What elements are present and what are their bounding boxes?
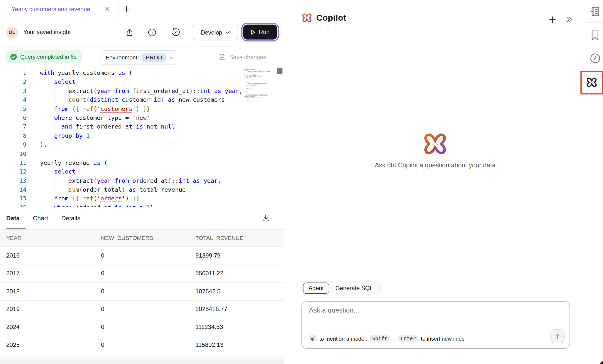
tab-details[interactable]: Details <box>61 215 80 222</box>
table-row: 20170550011.22 <box>0 265 284 283</box>
code-line[interactable]: 7 and first_ordered_at is not null <box>0 123 284 132</box>
line-number: 11 <box>0 159 26 168</box>
line-number: 12 <box>0 168 26 177</box>
develop-dropdown[interactable]: Develop <box>193 25 238 40</box>
check-circle-icon <box>10 53 17 60</box>
copilot-empty-state-text: Ask dbt Copilot a question about your da… <box>284 162 586 169</box>
dbt-copilot-icon <box>586 77 598 88</box>
table-cell: 115892.13 <box>196 341 284 348</box>
code-lines: 1with yearly_customers as (2 select3 ext… <box>0 69 284 207</box>
copilot-question-input[interactable]: Ask a question... @ to mention a model, … <box>302 301 570 349</box>
line-number: 7 <box>0 123 26 132</box>
line-number: 1 <box>0 69 26 78</box>
query-status-text: Query completed in 6s <box>20 54 77 60</box>
share-icon[interactable] <box>125 28 134 37</box>
line-number: 9 <box>0 140 26 149</box>
table-cell: 107642.5 <box>196 288 284 295</box>
table-bottom-fade <box>0 354 284 364</box>
mode-agent-button[interactable]: Agent <box>303 283 329 294</box>
column-header-year: YEAR <box>6 235 101 241</box>
download-icon[interactable] <box>261 214 270 222</box>
shift-key-chip: Shift <box>370 335 390 342</box>
dbt-ide-window: Yearly customers and revenue BL Your sav… <box>0 0 603 364</box>
query-editor-panel: Yearly customers and revenue BL Your sav… <box>0 0 284 364</box>
chevron-down-icon <box>169 56 173 59</box>
history-clock-icon[interactable] <box>590 53 601 64</box>
run-button[interactable]: Run <box>243 25 277 40</box>
table-cell: 2017 <box>6 270 101 277</box>
close-tab-icon[interactable] <box>104 6 111 12</box>
code-line[interactable]: 3 extract(year from first_ordered_at)::i… <box>0 87 284 96</box>
table-cell: 2019 <box>6 306 101 313</box>
table-cell: 0 <box>101 270 196 277</box>
tab-data[interactable]: Data <box>6 215 20 222</box>
table-cell: 2018 <box>6 288 101 295</box>
column-header-new-customers: NEW_CUSTOMERS <box>101 235 196 241</box>
arrow-up-icon <box>555 333 560 339</box>
bookmark-icon[interactable] <box>591 30 600 41</box>
tab-bar: Yearly customers and revenue <box>0 0 284 18</box>
save-changes-button[interactable]: Save changes <box>219 46 266 67</box>
mode-generate-sql-button[interactable]: Generate SQL <box>329 283 379 293</box>
code-line[interactable]: 10 <box>0 150 284 159</box>
environment-value-badge: PROD <box>142 53 166 62</box>
at-key-chip: @ <box>309 335 317 342</box>
lineage-notebook-icon[interactable] <box>590 6 600 17</box>
rail-divider <box>587 22 603 23</box>
dbt-copilot-icon <box>302 13 312 23</box>
tab-title: Yearly customers and revenue <box>12 0 90 18</box>
develop-label: Develop <box>201 29 222 36</box>
hint-newlines-text: to insert new lines <box>421 335 464 342</box>
table-cell: 91399.79 <box>196 252 284 259</box>
table-cell: 0 <box>101 288 196 295</box>
code-line[interactable]: 9), <box>0 140 284 149</box>
table-cell: 2024 <box>6 323 101 330</box>
tab-chart[interactable]: Chart <box>33 215 48 222</box>
environment-selector[interactable]: Environment: PROD <box>101 50 179 65</box>
code-line[interactable]: 12 select <box>0 168 284 177</box>
code-line[interactable]: 11yearly_revenue as ( <box>0 159 284 168</box>
editor-scrollbar-thumb[interactable] <box>277 68 282 74</box>
code-line[interactable]: 15 from {{ ref('orders') }} <box>0 194 284 203</box>
copilot-mode-switch: Agent Generate SQL <box>302 281 381 295</box>
new-tab-icon[interactable] <box>122 5 131 13</box>
copilot-rail-button-active[interactable] <box>580 71 603 94</box>
code-line[interactable]: 16 where ordered_at is not null <box>0 203 284 207</box>
code-line[interactable]: 4 count(distinct customer_id) as new_cus… <box>0 96 284 105</box>
code-line[interactable]: 8 group by 1 <box>0 132 284 140</box>
line-number: 4 <box>0 96 26 105</box>
copilot-title: Copilot <box>316 13 346 23</box>
code-line[interactable]: 14 sum(order_total) as total_revenue <box>0 185 284 194</box>
active-tab-underline <box>6 228 26 229</box>
input-hint: @ to mention a model, Shift + Enter to i… <box>309 335 464 342</box>
enter-key-chip: Enter <box>398 335 418 342</box>
line-number: 2 <box>0 78 26 87</box>
hint-plus: + <box>392 335 396 342</box>
table-cell: 0 <box>101 341 196 348</box>
table-cell: 2016 <box>6 252 101 259</box>
results-table-body: 2016091399.7920170550011.2220180107642.5… <box>0 247 284 354</box>
right-icon-rail <box>586 0 603 364</box>
code-line[interactable]: 1with yearly_customers as ( <box>0 69 284 78</box>
editor-minimap[interactable]: with yearly_customers as ( select extrac… <box>244 69 274 206</box>
line-number: 5 <box>0 105 26 114</box>
code-line[interactable]: 2 select <box>0 78 284 87</box>
line-number: 8 <box>0 132 26 140</box>
line-number: 10 <box>0 150 26 159</box>
table-cell: 550011.22 <box>196 270 284 277</box>
code-line[interactable]: 6 where customer_type = 'new' <box>0 114 284 123</box>
code-line[interactable]: 13 extract(year from ordered_at)::int as… <box>0 177 284 185</box>
copilot-panel: Copilot Ask dbt Copilot a question about… <box>284 0 586 364</box>
code-line[interactable]: 5 from {{ ref('customers') }} <box>0 105 284 114</box>
line-number: 16 <box>0 203 26 207</box>
table-cell: 111234.53 <box>196 323 284 330</box>
avatar: BL <box>6 27 18 38</box>
sql-code-editor[interactable]: 1with yearly_customers as (2 select3 ext… <box>0 67 284 207</box>
send-button[interactable] <box>551 329 564 343</box>
tab-yearly-customers-and-revenue[interactable]: Yearly customers and revenue <box>0 0 118 18</box>
new-chat-icon[interactable] <box>549 16 556 23</box>
history-icon[interactable] <box>171 28 180 37</box>
info-icon[interactable] <box>148 28 156 37</box>
table-cell: 2025418.77 <box>196 306 284 313</box>
collapse-panel-icon[interactable] <box>566 16 573 23</box>
